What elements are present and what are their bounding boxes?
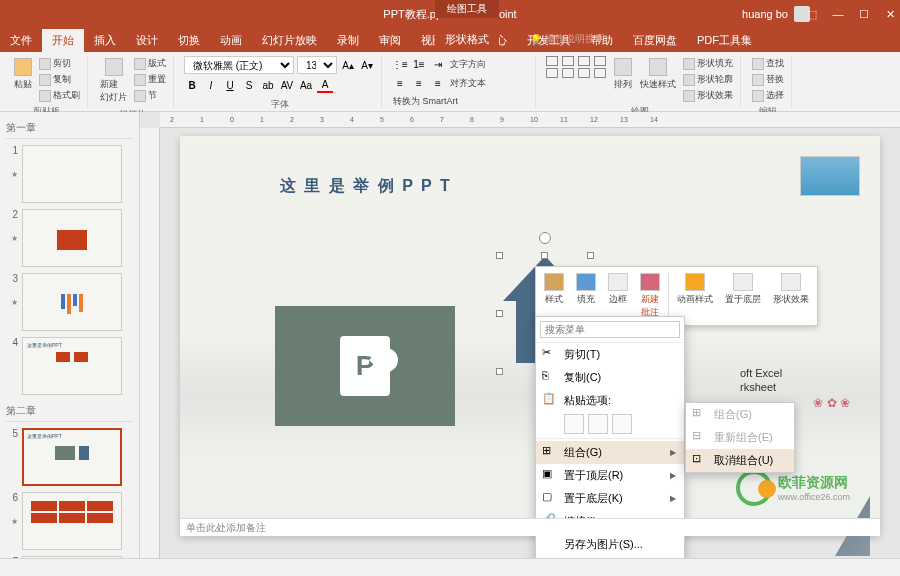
align-left-button[interactable]: ≡ <box>392 75 408 91</box>
italic-button[interactable]: I <box>203 77 219 93</box>
tab-insert[interactable]: 插入 <box>84 29 126 52</box>
maximize-icon[interactable]: ☐ <box>858 8 870 21</box>
new-slide-button[interactable]: 新建 幻灯片 <box>98 56 129 106</box>
ctx-copy[interactable]: ⎘复制(C) <box>536 366 684 389</box>
chapter-2[interactable]: 第二章 <box>6 401 133 422</box>
quick-styles-button[interactable]: 快速样式 <box>638 56 678 93</box>
tab-animation[interactable]: 动画 <box>210 29 252 52</box>
align-text-button[interactable]: 对齐文本 <box>449 76 487 91</box>
ctx-search-input[interactable] <box>540 321 680 338</box>
tab-design[interactable]: 设计 <box>126 29 168 52</box>
ribbon-options-icon[interactable]: ⬚ <box>806 8 818 21</box>
thumb-4[interactable]: 这里是举例PPT <box>22 337 122 395</box>
tab-baidu[interactable]: 百度网盘 <box>623 29 687 52</box>
font-color-button[interactable]: A <box>317 77 333 93</box>
paste-opt-3[interactable] <box>612 414 632 434</box>
align-center-button[interactable]: ≡ <box>411 75 427 91</box>
resize-handle[interactable] <box>541 252 548 259</box>
slide[interactable]: 这 里 是 举 例 P P T P oft Excel rksheet <box>180 136 880 536</box>
slide-canvas[interactable]: 2101234567891011121314 这 里 是 举 例 P P T P <box>140 112 900 558</box>
bullets-button[interactable]: ⋮≡ <box>392 56 408 72</box>
minimize-icon[interactable]: — <box>832 8 844 21</box>
ctx-cut[interactable]: ✂剪切(T) <box>536 343 684 366</box>
tab-review[interactable]: 审阅 <box>369 29 411 52</box>
ctx-send-back[interactable]: ▢置于底层(K)▶ <box>536 487 684 510</box>
paste-opt-1[interactable] <box>564 414 584 434</box>
thumb-1[interactable]: ★ <box>22 145 122 203</box>
mini-style-button[interactable]: 样式 <box>540 271 568 321</box>
layout-button[interactable]: 版式 <box>133 56 167 71</box>
format-painter-button[interactable]: 格式刷 <box>38 88 81 103</box>
tab-record[interactable]: 录制 <box>327 29 369 52</box>
thumb-6[interactable]: ★ <box>22 492 122 550</box>
resize-handle[interactable] <box>496 368 503 375</box>
bold-button[interactable]: B <box>184 77 200 93</box>
spacing-button[interactable]: AV <box>279 77 295 93</box>
mini-effects-button[interactable]: 形状效果 <box>769 271 813 321</box>
underline-button[interactable]: U <box>222 77 238 93</box>
increase-font-icon[interactable]: A▴ <box>340 57 356 73</box>
close-icon[interactable]: ✕ <box>884 8 896 21</box>
tab-transition[interactable]: 切换 <box>168 29 210 52</box>
smartart-button[interactable]: 转换为 SmartArt <box>392 94 529 109</box>
text-direction-button[interactable]: 文字方向 <box>449 57 487 72</box>
reset-button[interactable]: 重置 <box>133 72 167 87</box>
ctx-search[interactable] <box>536 317 684 343</box>
shadow-button[interactable]: ab <box>260 77 276 93</box>
mini-comment-button[interactable]: 新建 批注 <box>636 271 664 321</box>
ctx-save-pic[interactable]: 另存为图片(S)... <box>536 533 684 556</box>
arrange-button[interactable]: 排列 <box>612 56 634 93</box>
case-button[interactable]: Aa <box>298 77 314 93</box>
thumb-5[interactable]: 这里是举例PPT <box>22 428 122 486</box>
shape-fill-button[interactable]: 形状填充 <box>682 56 734 71</box>
find-button[interactable]: 查找 <box>751 56 785 71</box>
decrease-font-icon[interactable]: A▾ <box>359 57 375 73</box>
mini-animation-button[interactable]: 动画样式 <box>673 271 717 321</box>
strike-button[interactable]: S <box>241 77 257 93</box>
tab-pdftools[interactable]: PDF工具集 <box>687 29 762 52</box>
align-right-button[interactable]: ≡ <box>430 75 446 91</box>
user-info[interactable]: huang bo <box>742 6 810 22</box>
numbering-button[interactable]: 1≡ <box>411 56 427 72</box>
copy-icon: ⎘ <box>542 369 556 383</box>
tab-format[interactable]: 形状格式 <box>435 28 499 51</box>
shapes-gallery[interactable] <box>546 56 608 78</box>
thumb-2[interactable]: ★ <box>22 209 122 267</box>
slide-title[interactable]: 这 里 是 举 例 P P T <box>280 176 452 197</box>
font-size-select[interactable]: 13.5 <box>297 56 337 74</box>
thumb-3[interactable]: ★ <box>22 273 122 331</box>
notes-pane[interactable]: 单击此处添加备注 <box>180 518 880 536</box>
shape-outline-button[interactable]: 形状轮廓 <box>682 72 734 87</box>
tab-slideshow[interactable]: 幻灯片放映 <box>252 29 327 52</box>
tab-home[interactable]: 开始 <box>42 29 84 52</box>
sub-regroup[interactable]: ⊟重新组合(E) <box>686 426 794 449</box>
indent-button[interactable]: ⇥ <box>430 56 446 72</box>
ctx-bring-front[interactable]: ▣置于顶层(R)▶ <box>536 464 684 487</box>
ruler-horizontal: 2101234567891011121314 <box>160 112 900 128</box>
resize-handle[interactable] <box>496 310 503 317</box>
paste-opt-2[interactable] <box>588 414 608 434</box>
copy-button[interactable]: 复制 <box>38 72 81 87</box>
mini-outline-button[interactable]: 边框 <box>604 271 632 321</box>
replace-button[interactable]: 替换 <box>751 72 785 87</box>
resize-handle[interactable] <box>496 252 503 259</box>
paste-button[interactable]: 粘贴 <box>12 56 34 93</box>
shape-effects-button[interactable]: 形状效果 <box>682 88 734 103</box>
slide-panel[interactable]: 第一章 1★ 2★ 3★ 4这里是举例PPT 第二章 5这里是举例PPT 6★ … <box>0 112 140 558</box>
ppt-logo-graphic[interactable]: P <box>275 306 455 426</box>
ctx-group[interactable]: ⊞组合(G)▶ <box>536 441 684 464</box>
tell-me-search[interactable]: 💡 操作说明搜索 <box>530 32 605 46</box>
image-placeholder[interactable] <box>800 156 860 196</box>
chapter-1[interactable]: 第一章 <box>6 118 133 139</box>
sub-ungroup[interactable]: ⊡取消组合(U) <box>686 449 794 472</box>
cut-button[interactable]: 剪切 <box>38 56 81 71</box>
rotate-handle-icon[interactable] <box>539 232 551 244</box>
resize-handle[interactable] <box>587 252 594 259</box>
sub-group[interactable]: ⊞组合(G) <box>686 403 794 426</box>
font-name-select[interactable]: 微软雅黑 (正文) <box>184 56 294 74</box>
tab-file[interactable]: 文件 <box>0 29 42 52</box>
mini-sendback-button[interactable]: 置于底层 <box>721 271 765 321</box>
section-button[interactable]: 节 <box>133 88 167 103</box>
select-button[interactable]: 选择 <box>751 88 785 103</box>
mini-fill-button[interactable]: 填充 <box>572 271 600 321</box>
